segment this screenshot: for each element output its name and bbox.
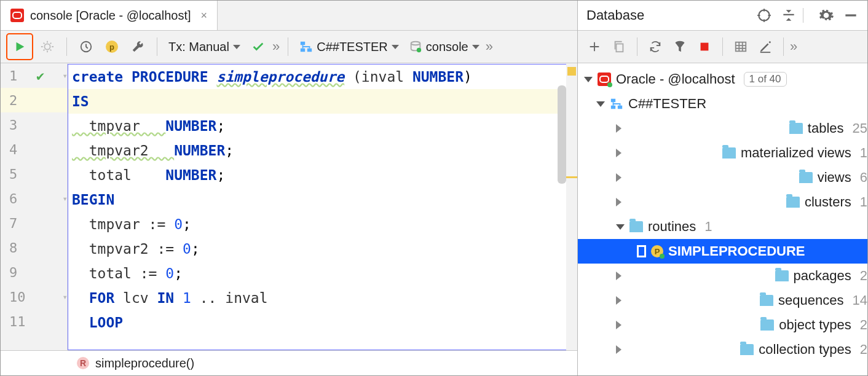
edit-button[interactable] xyxy=(754,35,777,58)
wrench-button[interactable] xyxy=(126,35,149,58)
code-editor[interactable]: 1✔▾ 2 3 4 5 6▾ 7 8 9 10▾ 11 create PROCE… xyxy=(1,63,577,350)
node-label: sequences xyxy=(778,292,843,308)
more-icon[interactable]: » xyxy=(790,39,798,55)
oracle-icon xyxy=(10,9,24,22)
search-path-selector[interactable]: console xyxy=(405,40,483,54)
count: 1 xyxy=(860,194,867,210)
count: 6 xyxy=(860,170,867,186)
svg-rect-13 xyxy=(611,106,615,109)
svg-rect-8 xyxy=(616,44,623,52)
db-folder-objecttypes[interactable]: object types2 xyxy=(578,313,867,337)
tx-mode-button[interactable]: Tx: Manual xyxy=(165,40,244,54)
commit-button[interactable] xyxy=(247,35,270,58)
stop-button[interactable] xyxy=(693,35,716,58)
schema-selector[interactable]: C##TESTER xyxy=(296,40,403,54)
db-schema[interactable]: C##TESTER xyxy=(578,92,867,116)
svg-rect-14 xyxy=(618,106,622,109)
refresh-button[interactable] xyxy=(644,35,667,58)
warning-marker[interactable] xyxy=(567,67,576,76)
node-label: collection types xyxy=(759,342,851,358)
node-label: materialized views xyxy=(741,145,851,161)
folder-icon xyxy=(740,344,754,355)
db-folder-matviews[interactable]: materialized views1 xyxy=(578,141,867,165)
svg-rect-11 xyxy=(736,42,746,52)
node-label: object types xyxy=(779,317,851,333)
schema-label: C##TESTER xyxy=(317,40,388,54)
breadcrumb-text[interactable]: simpleprocedure() xyxy=(95,356,194,370)
minimize-icon[interactable] xyxy=(843,7,859,23)
svg-rect-4 xyxy=(307,49,312,52)
svg-rect-10 xyxy=(701,43,709,51)
db-folder-routines[interactable]: routines1 xyxy=(578,214,867,239)
more-icon[interactable]: » xyxy=(272,39,280,55)
svg-point-6 xyxy=(417,48,421,52)
node-label: views xyxy=(818,170,851,186)
folder-icon xyxy=(629,221,643,232)
db-folder-packages[interactable]: packages2 xyxy=(578,264,867,288)
chevron-down-icon xyxy=(472,45,479,49)
editor-toolbar: p Tx: Manual » C##TESTER console xyxy=(1,31,577,63)
schema-icon xyxy=(610,97,623,111)
svg-point-0 xyxy=(44,44,50,49)
tab-title: console [Oracle - @localhost] xyxy=(30,9,191,23)
procedure-icon[interactable]: p xyxy=(100,35,124,58)
oracle-icon xyxy=(598,72,611,86)
check-icon: ✔ xyxy=(36,68,44,84)
history-button[interactable] xyxy=(74,35,98,58)
scrollbar-thumb[interactable] xyxy=(558,85,566,184)
warning-marker[interactable] xyxy=(566,176,577,178)
marker-strip[interactable] xyxy=(566,63,577,350)
svg-point-5 xyxy=(411,42,420,45)
breadcrumb: R simpleprocedure() xyxy=(1,350,577,375)
more-icon[interactable]: » xyxy=(486,39,494,55)
node-label: packages xyxy=(794,268,851,284)
node-label: tables xyxy=(808,120,844,136)
count: 14 xyxy=(853,292,867,308)
db-panel-header: Database xyxy=(578,1,867,31)
db-tree[interactable]: Oracle - @localhost 1 of 40 C##TESTER ta… xyxy=(578,63,867,375)
node-label: C##TESTER xyxy=(628,96,706,112)
db-root[interactable]: Oracle - @localhost 1 of 40 xyxy=(578,67,867,92)
chevron-down-icon xyxy=(392,45,399,49)
folder-icon xyxy=(760,319,774,331)
gear-icon[interactable] xyxy=(818,7,834,23)
count: 2 xyxy=(860,317,867,333)
chevron-down-icon xyxy=(233,45,240,49)
svg-rect-12 xyxy=(611,99,615,103)
db-toolbar: » xyxy=(578,31,867,63)
node-label: SIMPLEPROCEDURE xyxy=(668,243,805,259)
count: 2 xyxy=(860,268,867,284)
db-panel-title: Database xyxy=(586,7,748,23)
node-label: Oracle - @localhost xyxy=(616,71,735,87)
procedure-icon: P xyxy=(651,245,663,257)
copy-button[interactable] xyxy=(607,35,631,58)
gutter: 1✔▾ 2 3 4 5 6▾ 7 8 9 10▾ 11 xyxy=(1,63,68,350)
folder-icon xyxy=(775,270,789,281)
filter-button[interactable] xyxy=(668,35,692,58)
code-area[interactable]: create PROCEDURE simpleprocedure (inval … xyxy=(68,64,570,350)
debug-button[interactable] xyxy=(36,35,59,58)
db-folder-collectiontypes[interactable]: collection types2 xyxy=(578,337,867,362)
folder-icon xyxy=(760,295,773,306)
db-folder-views[interactable]: views6 xyxy=(578,165,867,190)
new-button[interactable] xyxy=(583,35,606,58)
editor-tab-bar: console [Oracle - @localhost] × xyxy=(1,1,577,31)
db-routine-simpleprocedure[interactable]: PSIMPLEPROCEDURE xyxy=(578,239,867,264)
folder-icon xyxy=(789,123,803,134)
collapse-all-icon[interactable] xyxy=(781,7,797,23)
target-icon[interactable] xyxy=(756,7,772,23)
tab-console[interactable]: console [Oracle - @localhost] × xyxy=(1,1,218,30)
svg-point-7 xyxy=(759,10,769,20)
table-view-button[interactable] xyxy=(729,35,752,58)
run-button[interactable] xyxy=(6,33,33,60)
db-folder-tables[interactable]: tables25 xyxy=(578,116,867,141)
folder-icon xyxy=(799,172,813,183)
count-pill: 1 of 40 xyxy=(744,72,787,87)
folder-icon xyxy=(722,147,736,159)
db-folder-clusters[interactable]: clusters1 xyxy=(578,190,867,214)
close-icon[interactable]: × xyxy=(201,9,208,22)
search-path-label: console xyxy=(426,40,468,54)
db-folder-sequences[interactable]: sequences14 xyxy=(578,288,867,313)
node-label: routines xyxy=(648,219,696,235)
svg-rect-2 xyxy=(301,42,305,45)
